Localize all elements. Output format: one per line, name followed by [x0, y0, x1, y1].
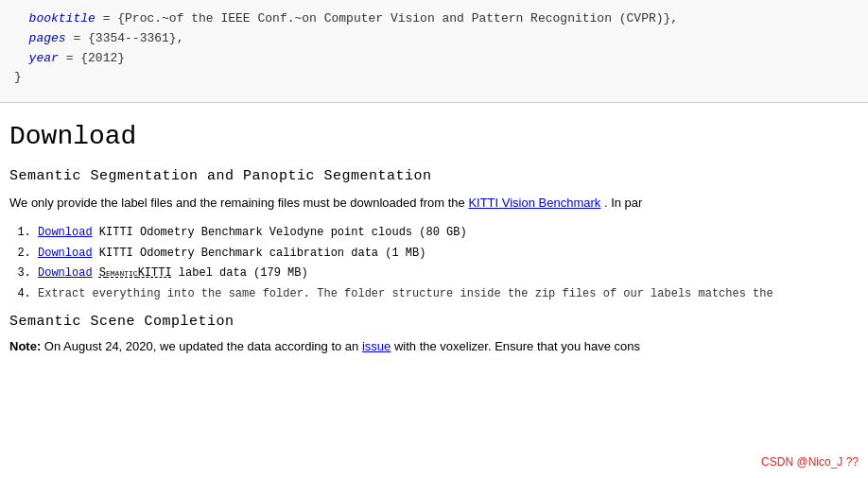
watermark: CSDN @Nico_J ??: [761, 455, 859, 469]
semantic-scene-completion-heading: Semantic Scene Completion: [9, 314, 859, 330]
pages-value: {3354--3361},: [88, 31, 183, 45]
booktitle-value: {Proc.~of the IEEE Conf.~on Computer Vis…: [117, 11, 678, 26]
description-text-start: We only provide the label files and the …: [9, 196, 465, 210]
list-item: Download KITTI Odometry Benchmark Velody…: [38, 223, 859, 244]
download-heading: Download: [9, 122, 859, 151]
list-item: Download KITTI Odometry Benchmark calibr…: [38, 244, 859, 265]
pages-line: pages = {3354--3361},: [14, 29, 854, 49]
list-item-3-text: SemanticKITTI label data (179 MB): [99, 266, 308, 280]
list-item: Extract everything into the same folder.…: [38, 284, 859, 305]
list-item: Download SemanticKITTI label data (179 M…: [38, 264, 859, 284]
issue-link[interactable]: issue: [362, 339, 391, 353]
kitti-benchmark-link[interactable]: KITTI Vision Benchmark: [468, 196, 600, 210]
list-item-1-text: KITTI Odometry Benchmark Velodyne point …: [99, 226, 467, 239]
main-content: Download Semantic Segmentation and Panop…: [0, 103, 868, 367]
download-link-1[interactable]: Download: [38, 226, 93, 239]
description-text-end: . In par: [604, 196, 642, 210]
list-item-2-text: KITTI Odometry Benchmark calibration dat…: [99, 247, 426, 260]
note-bold: Note:: [9, 339, 41, 353]
pages-key: pages: [29, 31, 66, 45]
download-list: Download KITTI Odometry Benchmark Velody…: [9, 223, 859, 304]
closing-brace-line: }: [14, 68, 854, 88]
booktitle-key: booktitle: [29, 11, 95, 26]
bottom-note-text: On August 24, 2020, we updated the data …: [44, 339, 358, 353]
year-value: {2012}: [80, 51, 125, 65]
bottom-note-end: with the voxelizer. Ensure that you have…: [394, 339, 640, 353]
bottom-note: Note: On August 24, 2020, we updated the…: [9, 337, 859, 357]
semantic-segmentation-heading: Semantic Segmentation and Panoptic Segme…: [9, 168, 859, 184]
description-paragraph: We only provide the label files and the …: [9, 194, 859, 213]
code-block: booktitle = {Proc.~of the IEEE Conf.~on …: [0, 0, 868, 102]
year-line: year = {2012}: [14, 49, 854, 69]
download-link-3[interactable]: Download: [38, 266, 93, 280]
booktitle-line: booktitle = {Proc.~of the IEEE Conf.~on …: [14, 9, 854, 29]
download-link-2[interactable]: Download: [38, 247, 93, 260]
year-key: year: [29, 51, 59, 65]
closing-brace: }: [14, 70, 22, 84]
list-item-4-text: Extract everything into the same folder.…: [38, 287, 773, 300]
